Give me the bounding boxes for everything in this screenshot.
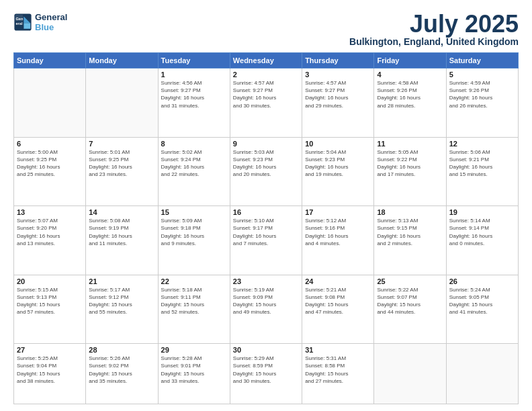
day-number: 4 bbox=[377, 71, 443, 79]
calendar-cell: 14Sunrise: 5:08 AM Sunset: 9:19 PM Dayli… bbox=[86, 206, 158, 275]
calendar-cell bbox=[446, 344, 518, 404]
calendar-header-row: SundayMondayTuesdayWednesdayThursdayFrid… bbox=[14, 53, 519, 68]
logo-icon: Gen eral bbox=[13, 13, 32, 32]
calendar-cell: 7Sunrise: 5:01 AM Sunset: 9:25 PM Daylig… bbox=[86, 137, 158, 206]
day-number: 19 bbox=[449, 208, 515, 216]
day-number: 10 bbox=[305, 140, 371, 148]
page: Gen eral General Blue July 2025 Bulkingt… bbox=[0, 0, 532, 411]
svg-marker-2 bbox=[24, 23, 30, 28]
day-info: Sunrise: 5:21 AM Sunset: 9:08 PM Dayligh… bbox=[305, 286, 371, 316]
calendar-cell bbox=[374, 344, 446, 404]
calendar-cell: 1Sunrise: 4:56 AM Sunset: 9:27 PM Daylig… bbox=[158, 68, 230, 138]
calendar-cell: 30Sunrise: 5:29 AM Sunset: 8:59 PM Dayli… bbox=[230, 344, 302, 404]
day-info: Sunrise: 5:00 AM Sunset: 9:25 PM Dayligh… bbox=[17, 148, 83, 179]
calendar-week-1: 1Sunrise: 4:56 AM Sunset: 9:27 PM Daylig… bbox=[14, 68, 519, 138]
day-info: Sunrise: 5:02 AM Sunset: 9:24 PM Dayligh… bbox=[161, 148, 227, 179]
calendar-header-saturday: Saturday bbox=[446, 53, 518, 68]
day-info: Sunrise: 5:07 AM Sunset: 9:20 PM Dayligh… bbox=[17, 217, 83, 247]
day-number: 8 bbox=[161, 140, 227, 148]
calendar-header-monday: Monday bbox=[86, 53, 158, 68]
day-info: Sunrise: 5:03 AM Sunset: 9:23 PM Dayligh… bbox=[233, 148, 299, 179]
day-info: Sunrise: 5:26 AM Sunset: 9:02 PM Dayligh… bbox=[89, 355, 154, 385]
header: Gen eral General Blue July 2025 Bulkingt… bbox=[13, 12, 519, 47]
day-info: Sunrise: 5:04 AM Sunset: 9:23 PM Dayligh… bbox=[305, 148, 371, 179]
day-number: 7 bbox=[89, 140, 154, 148]
calendar-cell: 13Sunrise: 5:07 AM Sunset: 9:20 PM Dayli… bbox=[14, 206, 86, 275]
day-info: Sunrise: 5:06 AM Sunset: 9:21 PM Dayligh… bbox=[449, 148, 515, 179]
calendar-cell: 22Sunrise: 5:18 AM Sunset: 9:11 PM Dayli… bbox=[158, 275, 230, 344]
day-number: 2 bbox=[233, 71, 299, 79]
calendar-cell: 26Sunrise: 5:24 AM Sunset: 9:05 PM Dayli… bbox=[446, 275, 518, 344]
day-info: Sunrise: 5:13 AM Sunset: 9:15 PM Dayligh… bbox=[377, 217, 443, 247]
day-info: Sunrise: 5:28 AM Sunset: 9:01 PM Dayligh… bbox=[161, 355, 227, 385]
day-info: Sunrise: 5:22 AM Sunset: 9:07 PM Dayligh… bbox=[377, 286, 443, 316]
calendar-cell: 8Sunrise: 5:02 AM Sunset: 9:24 PM Daylig… bbox=[158, 137, 230, 206]
day-info: Sunrise: 5:15 AM Sunset: 9:13 PM Dayligh… bbox=[17, 286, 83, 316]
day-info: Sunrise: 5:31 AM Sunset: 8:58 PM Dayligh… bbox=[305, 355, 371, 385]
calendar-cell: 24Sunrise: 5:21 AM Sunset: 9:08 PM Dayli… bbox=[302, 275, 374, 344]
day-info: Sunrise: 5:01 AM Sunset: 9:25 PM Dayligh… bbox=[89, 148, 154, 179]
day-info: Sunrise: 5:19 AM Sunset: 9:09 PM Dayligh… bbox=[233, 286, 299, 316]
day-info: Sunrise: 5:14 AM Sunset: 9:14 PM Dayligh… bbox=[449, 217, 515, 247]
day-info: Sunrise: 5:25 AM Sunset: 9:04 PM Dayligh… bbox=[17, 355, 83, 385]
calendar-cell: 3Sunrise: 4:57 AM Sunset: 9:27 PM Daylig… bbox=[302, 68, 374, 138]
location-subtitle: Bulkington, England, United Kingdom bbox=[349, 36, 519, 47]
day-info: Sunrise: 4:59 AM Sunset: 9:26 PM Dayligh… bbox=[449, 79, 515, 109]
day-info: Sunrise: 4:57 AM Sunset: 9:27 PM Dayligh… bbox=[305, 79, 371, 109]
calendar-cell: 20Sunrise: 5:15 AM Sunset: 9:13 PM Dayli… bbox=[14, 275, 86, 344]
day-info: Sunrise: 5:18 AM Sunset: 9:11 PM Dayligh… bbox=[161, 286, 227, 316]
calendar-header-wednesday: Wednesday bbox=[230, 53, 302, 68]
calendar-week-3: 13Sunrise: 5:07 AM Sunset: 9:20 PM Dayli… bbox=[14, 206, 519, 275]
calendar-cell: 28Sunrise: 5:26 AM Sunset: 9:02 PM Dayli… bbox=[86, 344, 158, 404]
day-number: 23 bbox=[233, 277, 299, 285]
calendar-header-thursday: Thursday bbox=[302, 53, 374, 68]
day-number: 13 bbox=[17, 208, 83, 216]
calendar-cell: 11Sunrise: 5:05 AM Sunset: 9:22 PM Dayli… bbox=[374, 137, 446, 206]
calendar-cell: 23Sunrise: 5:19 AM Sunset: 9:09 PM Dayli… bbox=[230, 275, 302, 344]
calendar-cell: 31Sunrise: 5:31 AM Sunset: 8:58 PM Dayli… bbox=[302, 344, 374, 404]
day-number: 17 bbox=[305, 208, 371, 216]
calendar-table: SundayMondayTuesdayWednesdayThursdayFrid… bbox=[13, 52, 519, 404]
day-number: 22 bbox=[161, 277, 227, 285]
svg-text:Gen: Gen bbox=[16, 17, 24, 21]
calendar-week-5: 27Sunrise: 5:25 AM Sunset: 9:04 PM Dayli… bbox=[14, 344, 519, 404]
day-info: Sunrise: 4:56 AM Sunset: 9:27 PM Dayligh… bbox=[161, 79, 227, 109]
day-info: Sunrise: 4:57 AM Sunset: 9:27 PM Dayligh… bbox=[233, 79, 299, 109]
day-number: 11 bbox=[377, 140, 443, 148]
day-number: 3 bbox=[305, 71, 371, 79]
title-block: July 2025 Bulkington, England, United Ki… bbox=[349, 12, 519, 47]
day-info: Sunrise: 4:58 AM Sunset: 9:26 PM Dayligh… bbox=[377, 79, 443, 109]
month-title: July 2025 bbox=[349, 12, 519, 36]
day-number: 31 bbox=[305, 346, 371, 354]
day-number: 18 bbox=[377, 208, 443, 216]
svg-text:eral: eral bbox=[16, 21, 23, 26]
day-info: Sunrise: 5:29 AM Sunset: 8:59 PM Dayligh… bbox=[233, 355, 299, 385]
day-number: 15 bbox=[161, 208, 227, 216]
logo-text: General Blue bbox=[35, 12, 67, 32]
calendar-week-2: 6Sunrise: 5:00 AM Sunset: 9:25 PM Daylig… bbox=[14, 137, 519, 206]
calendar-cell: 17Sunrise: 5:12 AM Sunset: 9:16 PM Dayli… bbox=[302, 206, 374, 275]
day-number: 12 bbox=[449, 140, 515, 148]
day-number: 14 bbox=[89, 208, 154, 216]
calendar-cell: 6Sunrise: 5:00 AM Sunset: 9:25 PM Daylig… bbox=[14, 137, 86, 206]
calendar-cell: 9Sunrise: 5:03 AM Sunset: 9:23 PM Daylig… bbox=[230, 137, 302, 206]
day-number: 25 bbox=[377, 277, 443, 285]
calendar-cell: 4Sunrise: 4:58 AM Sunset: 9:26 PM Daylig… bbox=[374, 68, 446, 138]
day-number: 24 bbox=[305, 277, 371, 285]
calendar-cell: 19Sunrise: 5:14 AM Sunset: 9:14 PM Dayli… bbox=[446, 206, 518, 275]
calendar-cell: 27Sunrise: 5:25 AM Sunset: 9:04 PM Dayli… bbox=[14, 344, 86, 404]
day-number: 20 bbox=[17, 277, 83, 285]
day-info: Sunrise: 5:17 AM Sunset: 9:12 PM Dayligh… bbox=[89, 286, 154, 316]
calendar-cell: 25Sunrise: 5:22 AM Sunset: 9:07 PM Dayli… bbox=[374, 275, 446, 344]
calendar-header-sunday: Sunday bbox=[14, 53, 86, 68]
calendar-cell: 12Sunrise: 5:06 AM Sunset: 9:21 PM Dayli… bbox=[446, 137, 518, 206]
calendar-cell: 16Sunrise: 5:10 AM Sunset: 9:17 PM Dayli… bbox=[230, 206, 302, 275]
calendar-cell bbox=[14, 68, 86, 138]
calendar-cell bbox=[86, 68, 158, 138]
calendar-cell: 5Sunrise: 4:59 AM Sunset: 9:26 PM Daylig… bbox=[446, 68, 518, 138]
day-info: Sunrise: 5:09 AM Sunset: 9:18 PM Dayligh… bbox=[161, 217, 227, 247]
calendar-cell: 2Sunrise: 4:57 AM Sunset: 9:27 PM Daylig… bbox=[230, 68, 302, 138]
day-info: Sunrise: 5:10 AM Sunset: 9:17 PM Dayligh… bbox=[233, 217, 299, 247]
calendar-cell: 18Sunrise: 5:13 AM Sunset: 9:15 PM Dayli… bbox=[374, 206, 446, 275]
day-number: 29 bbox=[161, 346, 227, 354]
